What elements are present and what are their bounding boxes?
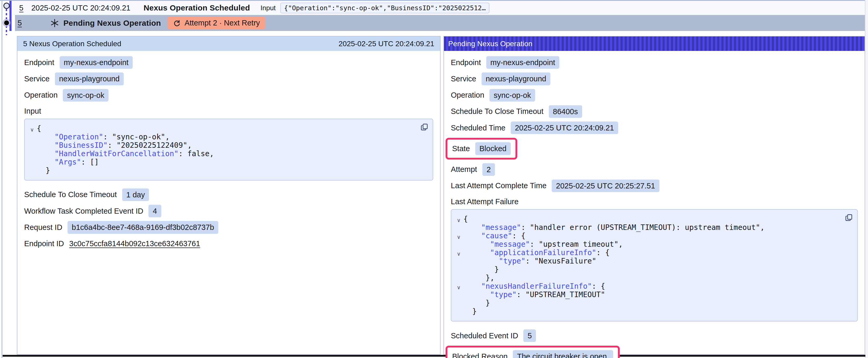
vertical-scrollbar[interactable] bbox=[865, 0, 868, 358]
endpoint-id-label: Endpoint ID bbox=[24, 239, 64, 248]
blocked-reason-value: The circuit breaker is open. bbox=[513, 350, 613, 358]
json-line: "BusinessID": "20250225122409", bbox=[27, 141, 414, 150]
schedule-to-close-timeout-row: Schedule To Close Timeout86400s bbox=[451, 105, 858, 118]
event-input-preview-chip[interactable]: {"Operation":"sync-op-ok","BusinessID":"… bbox=[280, 3, 490, 13]
pending-operation-row[interactable]: 5 Pending Nexus Operation Attempt 2 · Ne… bbox=[15, 15, 865, 31]
scheduled-event-id-value: 5 bbox=[523, 329, 536, 342]
endpoint-row: Endpointmy-nexus-endpoint bbox=[24, 56, 433, 69]
json-line: ∨"applicationFailureInfo": { bbox=[454, 249, 839, 257]
request-id-row: Request IDb1c6a4bc-8ee7-468a-9169-df3b02… bbox=[24, 221, 433, 234]
event-input-label: Input bbox=[260, 4, 276, 12]
request-id-label: Request ID bbox=[24, 223, 62, 232]
retry-status-badge: Attempt 2 · Next Retry bbox=[167, 17, 265, 29]
retry-badge-label: Attempt 2 · Next Retry bbox=[184, 19, 260, 27]
json-line-text: { bbox=[463, 215, 468, 223]
pending-operation-header: Pending Nexus Operation bbox=[444, 36, 865, 51]
endpoint-id-link[interactable]: 3c0c75ccfa8144b092c13ce632463761 bbox=[69, 239, 200, 248]
service-label: Service bbox=[24, 74, 50, 83]
blocked-reason-label: Blocked Reason bbox=[452, 352, 507, 358]
endpoint-label: Endpoint bbox=[24, 58, 54, 67]
request-id-value: b1c6a4bc-8ee7-468a-9169-df3b02c8737b bbox=[67, 221, 218, 234]
json-line: } bbox=[454, 307, 839, 316]
collapse-chevron-icon[interactable]: ∨ bbox=[454, 233, 463, 241]
attempt-label: Attempt bbox=[451, 165, 477, 174]
service-label: Service bbox=[451, 74, 476, 83]
last-attempt-complete-time-value: 2025-02-25 UTC 20:25:27.51 bbox=[552, 180, 659, 192]
event-detail-header-timestamp: 2025-02-25 UTC 20:24:09.21 bbox=[339, 40, 434, 48]
collapse-chevron-icon[interactable]: ∨ bbox=[454, 216, 463, 224]
operation-label: Operation bbox=[451, 91, 484, 99]
json-line: "Operation": "sync-op-ok", bbox=[27, 133, 414, 141]
chevron-spacer bbox=[454, 292, 463, 300]
pending-operation-panel: Pending Nexus Operation Endpointmy-nexus… bbox=[443, 36, 865, 355]
chevron-spacer bbox=[27, 167, 37, 176]
workflow-task-completed-event-id-value: 4 bbox=[149, 205, 161, 217]
json-line-text: "BusinessID": "20250225122409", bbox=[37, 141, 192, 150]
collapse-chevron-icon[interactable]: ∨ bbox=[27, 126, 37, 134]
input-code-viewer: ∨{"Operation": "sync-op-ok","BusinessID"… bbox=[24, 119, 433, 181]
json-line: "message": "upstream timeout", bbox=[454, 240, 839, 249]
input-label: Input bbox=[24, 107, 433, 116]
endpoint-id-row: Endpoint ID3c0c75ccfa8144b092c13ce632463… bbox=[24, 237, 433, 250]
json-line-text: "message": "handler error (UPSTREAM_TIME… bbox=[463, 223, 765, 232]
endpoint-label: Endpoint bbox=[451, 58, 481, 67]
pending-title: Pending Nexus Operation bbox=[63, 19, 161, 28]
page-left-border bbox=[2, 0, 2, 358]
service-row: Servicenexus-playground bbox=[24, 72, 433, 85]
copy-icon[interactable] bbox=[420, 123, 429, 131]
json-line-text: "Operation": "sync-op-ok", bbox=[37, 133, 170, 141]
json-line-text: "cause": { bbox=[463, 232, 525, 240]
chevron-spacer bbox=[454, 308, 463, 317]
schedule-to-close-timeout-label: Schedule To Close Timeout bbox=[451, 107, 544, 116]
event-row-nexus-operation-scheduled[interactable]: 5 2025-02-25 UTC 20:24:09.21 Nexus Opera… bbox=[12, 1, 865, 15]
last-attempt-failure-label: Last Attempt Failure bbox=[451, 197, 858, 206]
operation-row: Operationsync-op-ok bbox=[24, 89, 433, 102]
json-line-text: } bbox=[463, 299, 490, 307]
state-row: StateBlocked bbox=[445, 138, 517, 159]
chevron-spacer bbox=[27, 142, 37, 151]
json-line-text: } bbox=[463, 265, 499, 274]
collapse-chevron-icon[interactable]: ∨ bbox=[454, 250, 463, 258]
chevron-spacer bbox=[454, 266, 463, 275]
scheduled-time-label: Scheduled Time bbox=[451, 124, 505, 132]
event-title: Nexus Operation Scheduled bbox=[144, 3, 250, 12]
json-line: ∨"nexusHandlerFailureInfo": { bbox=[454, 282, 839, 291]
endpoint-value: my-nexus-endpoint bbox=[486, 56, 560, 69]
pending-id-link[interactable]: 5 bbox=[18, 19, 22, 27]
json-line: }, bbox=[454, 274, 839, 282]
endpoint-value: my-nexus-endpoint bbox=[60, 56, 133, 69]
service-row: Servicenexus-playground bbox=[451, 72, 858, 85]
event-id-link[interactable]: 5 bbox=[19, 4, 23, 12]
json-line: "message": "handler error (UPSTREAM_TIME… bbox=[454, 223, 839, 232]
blocked-reason-row: Blocked ReasonThe circuit breaker is ope… bbox=[445, 346, 620, 358]
json-line-text: "applicationFailureInfo": { bbox=[463, 249, 610, 257]
event-detail-header: 5 Nexus Operation Scheduled 2025-02-25 U… bbox=[17, 36, 440, 51]
asterisk-icon bbox=[50, 19, 59, 28]
json-line: "HandlerWaitForCancellation": false, bbox=[27, 150, 414, 158]
copy-icon[interactable] bbox=[845, 214, 853, 222]
json-line: ∨{ bbox=[27, 124, 414, 133]
attempt-value: 2 bbox=[482, 163, 495, 176]
json-line-text: { bbox=[37, 124, 41, 133]
json-line: "type": "NexusFailure" bbox=[454, 257, 839, 265]
service-value: nexus-playground bbox=[55, 72, 124, 85]
json-line-text: "nexusHandlerFailureInfo": { bbox=[463, 282, 605, 291]
event-detail-panel: 5 Nexus Operation Scheduled 2025-02-25 U… bbox=[17, 36, 440, 355]
section-bottom-divider bbox=[3, 355, 865, 357]
operation-label: Operation bbox=[24, 91, 58, 99]
schedule-to-close-timeout-label: Schedule To Close Timeout bbox=[24, 190, 117, 199]
chevron-spacer bbox=[27, 151, 37, 159]
scheduled-time-value: 2025-02-25 UTC 20:24:09.21 bbox=[511, 122, 618, 134]
last-attempt-failure-code-viewer: ∨{"message": "handler error (UPSTREAM_TI… bbox=[451, 209, 858, 322]
workflow-task-completed-event-id-label: Workflow Task Completed Event ID bbox=[24, 207, 143, 216]
json-line-text: } bbox=[463, 307, 477, 316]
json-line-text: "Args": [] bbox=[37, 158, 99, 166]
json-line: ∨"cause": { bbox=[454, 232, 839, 240]
state-value: Blocked bbox=[475, 142, 511, 155]
chevron-spacer bbox=[27, 134, 37, 142]
last-attempt-complete-time-row: Last Attempt Complete Time2025-02-25 UTC… bbox=[451, 180, 858, 192]
collapse-chevron-icon[interactable]: ∨ bbox=[454, 283, 463, 292]
json-line-text: "message": "upstream timeout", bbox=[463, 240, 623, 249]
json-line: "Args": [] bbox=[27, 158, 414, 166]
schedule-to-close-timeout-value: 1 day bbox=[122, 189, 149, 201]
